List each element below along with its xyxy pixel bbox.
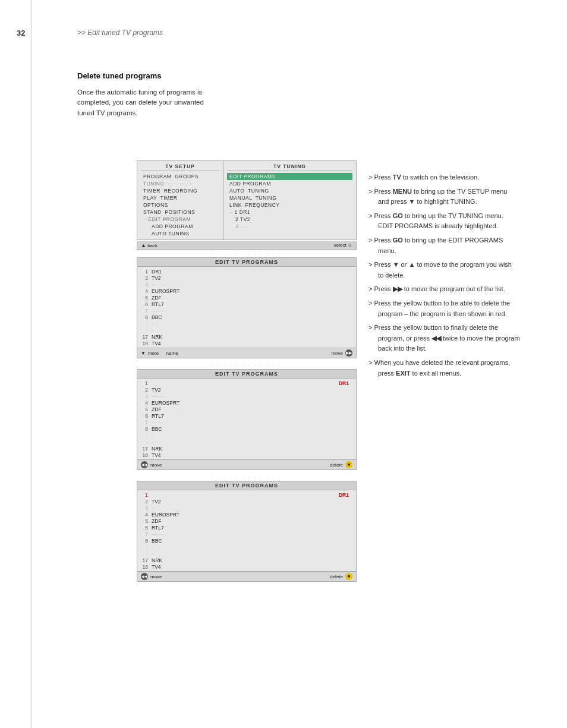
edit-programs-confirm-screen: EDIT TV PROGRAMS 1 DR1 2TV2 3· 4EUROSPRT… bbox=[137, 481, 357, 582]
moved-row-7: 7········· bbox=[137, 419, 356, 426]
page-number: 32 bbox=[17, 29, 25, 37]
moved-row-dot2: ·· bbox=[137, 439, 356, 445]
more-icon: ▼ bbox=[141, 351, 146, 356]
add-program-right-row: ADD PROGRAM bbox=[227, 180, 352, 187]
section-description: Once the automatic tuning of programs is… bbox=[77, 87, 279, 118]
back-btn-s1: ▲ back bbox=[141, 242, 158, 248]
delete-label: delete bbox=[330, 462, 343, 468]
edit-programs-header: EDIT TV PROGRAMS bbox=[137, 258, 356, 267]
confirm-row-5: 5ZDF bbox=[137, 518, 356, 524]
screen4-footer: ◀◀ move delete ■ bbox=[137, 571, 356, 581]
instruction-3: > Press GO to bring up the TV TUNING men… bbox=[368, 211, 550, 232]
move-back-btn: ◀◀ move bbox=[141, 461, 162, 468]
move-label-s4: move bbox=[150, 574, 162, 579]
confirm-row-7: 7········· bbox=[137, 531, 356, 537]
instruction-7: > Press the yellow button to be able to … bbox=[368, 298, 550, 319]
edit-programs-screen: EDIT TV PROGRAMS 1DR1 2TV2 3········· 4E… bbox=[137, 257, 357, 358]
moved-row-5: 5ZDF bbox=[137, 406, 356, 412]
connector-3: · · · · · · · · · · · · bbox=[137, 475, 357, 480]
moved-row-18: 18TV4 bbox=[137, 452, 356, 458]
program-groups-row: PROGRAM GROUPS bbox=[141, 173, 219, 180]
list-row-17: 17NRK bbox=[137, 333, 356, 340]
list-row-dot1: ·· bbox=[137, 320, 356, 327]
moved-row-3: 3········· bbox=[137, 393, 356, 399]
confirm-row-17: 17NRK bbox=[137, 557, 356, 563]
list-row-8: 8BBC bbox=[137, 314, 356, 320]
moved-row-6: 6RTL7 bbox=[137, 412, 356, 419]
options-row: OPTIONS bbox=[141, 201, 219, 209]
moved-row-4: 4EUROSPRT bbox=[137, 399, 356, 406]
instruction-6: > Press ▶▶ to move the program out of th… bbox=[368, 284, 550, 295]
confirm-row-4: 4EUROSPRT bbox=[137, 511, 356, 518]
instruction-5: > Press ▼ or ▲ to move to the program yo… bbox=[368, 260, 550, 281]
delete-btn-s4: delete ■ bbox=[330, 573, 352, 580]
edit-program-row: · EDIT PROGRAM bbox=[141, 216, 219, 223]
more-label: more bbox=[148, 351, 159, 356]
edit-programs-row: EDIT PROGRAMS bbox=[227, 173, 352, 180]
tv-setup-screen: TV SETUP PROGRAM GROUPS TUNING ·········… bbox=[137, 160, 357, 240]
move-back-icon-s4: ◀◀ bbox=[141, 573, 148, 580]
instruction-8: > Press the yellow button to finally del… bbox=[368, 323, 550, 354]
confirm-row-2: 2TV2 bbox=[137, 498, 356, 505]
instruction-2: > Press MENU to bring up the TV SETUP me… bbox=[368, 187, 550, 207]
confirm-row-dot1: ·· bbox=[137, 544, 356, 550]
section-title: Delete tuned programs bbox=[77, 71, 279, 80]
list-row-1: 1DR1 bbox=[137, 268, 356, 275]
edit-programs-confirm-header: EDIT TV PROGRAMS bbox=[137, 481, 356, 490]
moved-row-dot1: ·· bbox=[137, 432, 356, 439]
list-row-7: 7········· bbox=[137, 307, 356, 314]
confirm-row-18: 18TV4 bbox=[137, 563, 356, 570]
stand-positions-row: STAND POSITIONS bbox=[141, 209, 219, 216]
instruction-4: > Press GO to bring up the EDIT PROGRAMS… bbox=[368, 235, 550, 256]
moved-row-8: 8BBC bbox=[137, 426, 356, 432]
play-timer-row: PLAY TIMER bbox=[141, 194, 219, 201]
instruction-9: > When you have deleted the relevant pro… bbox=[368, 358, 550, 379]
confirm-row-3: 3· bbox=[137, 505, 356, 511]
delete-yellow-icon[interactable]: ■ bbox=[345, 461, 352, 468]
moved-row-17: 17NRK bbox=[137, 445, 356, 452]
confirm-row-8: 8BBC bbox=[137, 537, 356, 544]
connector-2: · · · · · · · · · · · · bbox=[137, 363, 357, 368]
auto-tuning-row: AUTO TUNING bbox=[141, 230, 219, 237]
list-row-3: 3········· bbox=[137, 281, 356, 288]
ellipsis-row: 3 · · · bbox=[227, 223, 352, 230]
tv2-sub-row: 2 TV2 bbox=[227, 216, 352, 223]
move-back-icon: ◀◀ bbox=[141, 461, 148, 468]
select-btn-s1: select ☺ bbox=[334, 242, 352, 248]
connector-1: · · · · · · · · · · · · bbox=[137, 251, 357, 257]
list-row-2: 2TV2 bbox=[137, 275, 356, 281]
confirm-row-1: 1 DR1 bbox=[137, 491, 356, 498]
moved-row-2: 2TV2 bbox=[137, 386, 356, 393]
move-back-label: move bbox=[150, 462, 162, 468]
page-border bbox=[31, 0, 32, 728]
link-frequency-row: LINK FREQUENCY bbox=[227, 201, 352, 209]
edit-programs-moved-header: EDIT TV PROGRAMS bbox=[137, 370, 356, 379]
manual-tuning-row: MANUAL TUNING bbox=[227, 194, 352, 201]
add-program-row: ADD PROGRAM bbox=[141, 223, 219, 230]
name-label: name bbox=[166, 351, 178, 356]
list-row-dot2: ·· bbox=[137, 327, 356, 333]
instruction-1: > Press TV to switch on the television. bbox=[368, 172, 550, 183]
list-row-6: 6RTL7 bbox=[137, 301, 356, 307]
move-label: move bbox=[331, 351, 343, 356]
tv-tuning-header: TV TUNING bbox=[227, 163, 352, 171]
move-icon: ▶▶ bbox=[345, 349, 352, 357]
confirm-row-6: 6RTL7 bbox=[137, 524, 356, 531]
delete-label-s4: delete bbox=[330, 574, 343, 579]
list-row-18: 18TV4 bbox=[137, 340, 356, 346]
list-row-4: 4EUROSPRT bbox=[137, 288, 356, 294]
delete-confirm-icon[interactable]: ■ bbox=[345, 573, 352, 580]
page-header: >> Edit tuned TV programs bbox=[77, 29, 163, 37]
screen2-footer: ▼ more name move ▶▶ bbox=[137, 348, 356, 358]
tuning-row: TUNING ················ bbox=[141, 180, 219, 187]
move-back-btn-s4: ◀◀ move bbox=[141, 573, 162, 580]
edit-programs-moved-screen: EDIT TV PROGRAMS 1 DR1 2TV2 3········· 4… bbox=[137, 369, 357, 470]
moved-row-1: 1 DR1 bbox=[137, 380, 356, 386]
delete-btn: delete ■ bbox=[330, 461, 352, 468]
list-row-5: 5ZDF bbox=[137, 294, 356, 301]
timer-recording-row: TIMER RECORDING bbox=[141, 187, 219, 194]
confirm-row-dot2: ·· bbox=[137, 550, 356, 557]
screen3-footer: ◀◀ move delete ■ bbox=[137, 459, 356, 469]
auto-tuning-right-row: AUTO TUNING bbox=[227, 187, 352, 194]
instructions-panel: > Press TV to switch on the television. … bbox=[368, 172, 550, 382]
